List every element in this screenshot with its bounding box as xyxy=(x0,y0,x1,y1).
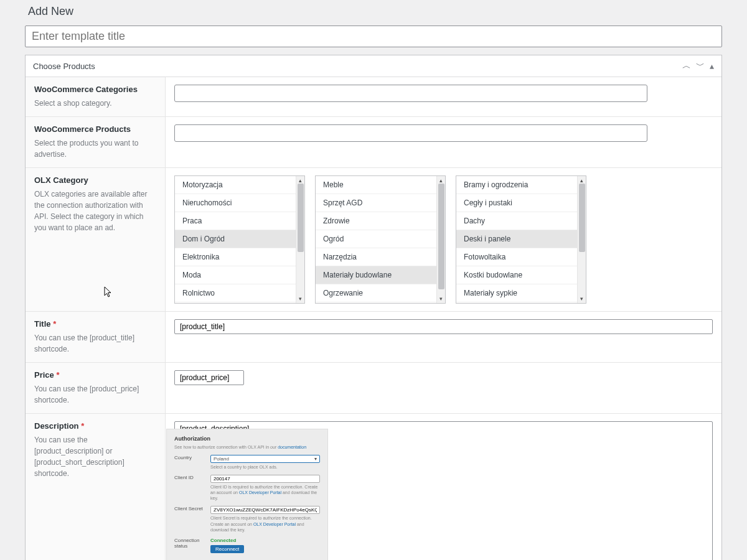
scrollbar[interactable]: ▴▾ xyxy=(577,176,586,303)
woo-products-label: WooCommerce Products xyxy=(34,124,156,134)
title-desc: You can use the [product_title] shortcod… xyxy=(34,332,156,355)
price-desc: You can use the [product_price] shortcod… xyxy=(34,383,156,406)
auth-title: Authorization xyxy=(174,436,320,442)
scrollbar[interactable]: ▴▾ xyxy=(436,176,445,303)
scroll-down-icon[interactable]: ▾ xyxy=(299,296,302,302)
client-secret-link[interactable]: OLX Developer Portal xyxy=(253,522,296,526)
auth-doc-text: See how to authorize connection with OLX… xyxy=(174,444,320,450)
price-input[interactable] xyxy=(174,370,244,385)
listbox-item[interactable]: Bramy i ogrodzenia xyxy=(456,176,577,194)
panel-header-title: Choose Products xyxy=(33,62,95,71)
listbox-item[interactable]: Narzędzia xyxy=(316,248,436,266)
client-id-help: Client ID is required to authorize the c… xyxy=(210,484,320,501)
listbox-item[interactable]: Ogród xyxy=(316,230,436,248)
page-title: Add New xyxy=(12,0,735,26)
listbox-item[interactable]: Nieruchomości xyxy=(175,194,296,212)
scroll-down-icon[interactable]: ▾ xyxy=(439,296,443,302)
woo-categories-label: WooCommerce Categories xyxy=(34,85,156,94)
woo-products-desc: Select the products you want to advertis… xyxy=(34,138,156,160)
collapse-down-icon[interactable]: ﹀ xyxy=(696,60,705,72)
listbox-item[interactable]: Materiały budowlane xyxy=(316,266,436,284)
client-secret-label: Client Secret xyxy=(174,506,205,532)
listbox-item[interactable]: Materiały sypkie xyxy=(456,284,577,302)
client-secret-help: Client Secret is required to authorize t… xyxy=(210,515,320,532)
listbox-item[interactable]: Zdrowie xyxy=(316,212,436,230)
collapse-up-icon[interactable]: ︿ xyxy=(682,60,691,72)
woo-categories-input[interactable] xyxy=(174,85,647,102)
client-id-input[interactable] xyxy=(210,475,320,483)
listbox-item[interactable]: Praca xyxy=(175,212,296,230)
country-select[interactable]: Poland▾ xyxy=(210,455,320,463)
connection-status-label: Connection status xyxy=(174,538,205,553)
panel-header: Choose Products ︿ ﹀ ▴ xyxy=(26,55,721,77)
listbox-item[interactable]: Podłogi xyxy=(456,302,577,303)
client-secret-input[interactable] xyxy=(210,506,320,514)
scroll-up-icon[interactable]: ▴ xyxy=(580,177,583,184)
scroll-up-icon[interactable]: ▴ xyxy=(439,177,443,184)
title-input[interactable] xyxy=(174,319,713,334)
connection-status-value: Connected xyxy=(210,538,320,543)
listbox-item[interactable]: Elektronika xyxy=(175,248,296,266)
scroll-thumb[interactable] xyxy=(438,184,444,289)
country-label: Country xyxy=(174,455,205,470)
description-desc: You can use the [product_description] or… xyxy=(34,434,156,479)
country-help: Select a country to place OLX ads. xyxy=(210,464,320,470)
listbox-item[interactable]: Dom i Ogród xyxy=(175,230,296,248)
olx-category-desc: OLX categories are available after the c… xyxy=(34,189,156,233)
choose-products-panel: Choose Products ︿ ﹀ ▴ WooCommerce Catego… xyxy=(25,55,722,560)
title-label: Title * xyxy=(34,319,156,329)
woo-products-input[interactable] xyxy=(174,124,647,142)
category-listbox[interactable]: Bramy i ogrodzeniaCegły i pustakiDachyDe… xyxy=(456,175,586,304)
reconnect-button[interactable]: Reconnect xyxy=(210,545,244,553)
category-listbox[interactable]: MebleSprzęt AGDZdrowieOgródNarzędziaMate… xyxy=(315,175,446,304)
woo-categories-desc: Select a shop category. xyxy=(34,98,156,109)
scroll-thumb[interactable] xyxy=(298,184,304,252)
price-label: Price * xyxy=(34,370,156,380)
listbox-item[interactable]: Deski i panele xyxy=(456,230,577,248)
listbox-item[interactable]: Cegły i pustaki xyxy=(456,194,577,212)
scroll-up-icon[interactable]: ▴ xyxy=(299,177,302,184)
template-title-input[interactable] xyxy=(25,26,722,47)
panel-more-icon[interactable]: ▴ xyxy=(710,61,714,71)
description-label: Description * xyxy=(34,421,156,431)
authorization-overlay: Authorization See how to authorize conne… xyxy=(166,429,328,560)
listbox-item[interactable]: Kostki budowlane xyxy=(456,266,577,284)
listbox-item[interactable]: Ogrzewanie xyxy=(316,284,436,302)
listbox-item[interactable]: Moda xyxy=(175,266,296,284)
chevron-down-icon: ▾ xyxy=(314,456,317,462)
listbox-item[interactable]: Fotowoltaika xyxy=(456,248,577,266)
category-listbox[interactable]: MotoryzacjaNieruchomościPracaDom i Ogród… xyxy=(174,175,305,304)
listbox-item[interactable]: Rolnictwo xyxy=(175,284,296,302)
client-id-label: Client ID xyxy=(174,475,205,501)
listbox-item[interactable]: Wyposażenie wnętrz xyxy=(316,302,436,303)
scroll-down-icon[interactable]: ▾ xyxy=(580,296,583,302)
listbox-item[interactable]: Dachy xyxy=(456,212,577,230)
listbox-item[interactable]: Zwierzeta xyxy=(175,302,296,303)
olx-category-label: OLX Category xyxy=(34,175,156,185)
scroll-thumb[interactable] xyxy=(579,184,585,252)
listbox-item[interactable]: Sprzęt AGD xyxy=(316,194,436,212)
client-id-link[interactable]: OLX Developer Portal xyxy=(239,490,281,495)
auth-doc-link[interactable]: documentation xyxy=(278,445,306,449)
listbox-item[interactable]: Motoryzacja xyxy=(175,176,296,194)
scrollbar[interactable]: ▴▾ xyxy=(296,176,304,303)
listbox-item[interactable]: Meble xyxy=(316,176,436,194)
